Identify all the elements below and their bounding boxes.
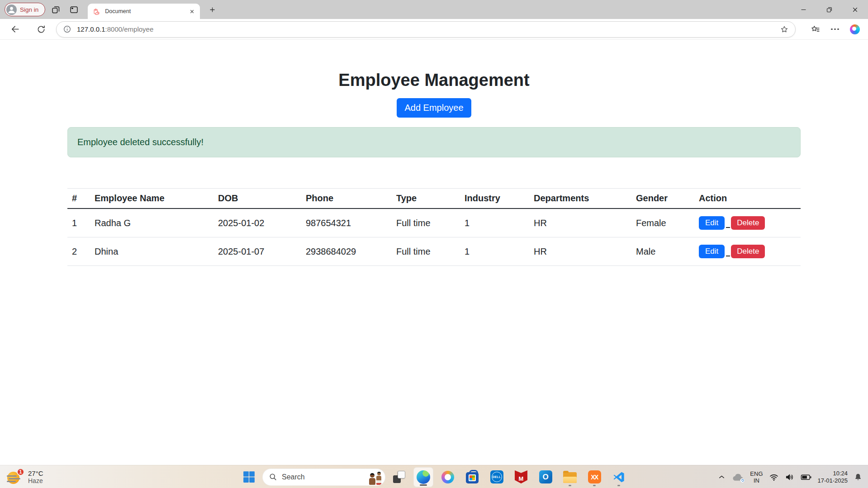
delete-button[interactable]: Delete: [731, 245, 765, 258]
close-tab-icon[interactable]: [188, 7, 196, 15]
add-employee-button[interactable]: Add Employee: [397, 98, 471, 118]
col-header-departments: Departments: [529, 189, 631, 209]
browser-toolbar: 127.0.0.1:8000/employee: [0, 19, 868, 40]
col-header-action: Action: [694, 189, 801, 209]
url-path: :8000/employee: [105, 25, 154, 33]
laravel-favicon-icon: [93, 8, 101, 15]
cell-name: Dhina: [90, 237, 213, 266]
col-header-dob: DOB: [213, 189, 301, 209]
search-highlight-image: [369, 469, 383, 485]
browser-tab[interactable]: Document: [88, 4, 200, 19]
onedrive-sync-icon[interactable]: [732, 472, 744, 482]
employee-table-container: # Employee Name DOB Phone Type Industry …: [67, 188, 801, 266]
tab-title: Document: [105, 8, 184, 14]
col-header-num: #: [67, 189, 90, 209]
hidden-icons-chevron-icon[interactable]: [717, 473, 726, 481]
battery-icon[interactable]: [801, 472, 812, 482]
cell-dob: 2025-01-02: [213, 208, 301, 237]
success-alert: Employee deleted successfully!: [67, 127, 801, 157]
page-title: Employee Management: [0, 71, 868, 90]
search-label: Search: [282, 473, 365, 481]
weather-condition: Haze: [28, 477, 43, 485]
profile-avatar-icon: [6, 5, 17, 15]
microsoft-store-icon[interactable]: [462, 467, 482, 487]
tab-actions-icon[interactable]: [66, 2, 81, 17]
new-tab-button[interactable]: [204, 2, 220, 17]
notification-bell-icon[interactable]: [854, 473, 863, 482]
cell-industry: 1: [460, 237, 529, 266]
minimize-button[interactable]: [791, 0, 816, 19]
employee-table: # Employee Name DOB Phone Type Industry …: [67, 188, 801, 266]
taskbar-center: Search DELL: [239, 465, 629, 488]
language-indicator[interactable]: ENG IN: [750, 470, 763, 484]
haze-weather-icon: 1: [7, 469, 24, 485]
table-row: 1 Radha G 2025-01-02 987654321 Full time…: [67, 208, 801, 237]
page-content: Employee Management Add Employee Employe…: [0, 40, 868, 465]
url-text: 127.0.0.1:8000/employee: [77, 25, 153, 33]
col-header-gender: Gender: [631, 189, 694, 209]
volume-icon[interactable]: [785, 472, 795, 482]
table-row: 2 Dhina 2025-01-07 2938684029 Full time …: [67, 237, 801, 266]
cell-dob: 2025-01-07: [213, 237, 301, 266]
restore-button[interactable]: [816, 0, 842, 19]
screen: Sign in Document: [0, 0, 868, 488]
weather-temperature: 27°C: [28, 469, 43, 477]
outlook-icon[interactable]: O: [536, 467, 555, 487]
close-window-button[interactable]: [842, 0, 868, 19]
search-icon: [269, 473, 277, 481]
cell-type: Full time: [392, 208, 460, 237]
favorite-star-icon[interactable]: [780, 25, 789, 34]
task-view-icon[interactable]: [389, 467, 409, 487]
dell-app-icon[interactable]: DELL: [487, 467, 507, 487]
cell-phone: 987654321: [301, 208, 392, 237]
cell-phone: 2938684029: [301, 237, 392, 266]
system-tray: ENG IN: [717, 465, 863, 488]
link-underscore: [726, 256, 730, 256]
url-host: 127.0.0.1: [77, 25, 105, 33]
address-bar[interactable]: 127.0.0.1:8000/employee: [56, 21, 796, 38]
weather-widget[interactable]: 1 27°C Haze: [7, 465, 43, 488]
edit-button[interactable]: Edit: [699, 216, 725, 230]
copilot-taskbar-icon[interactable]: [438, 467, 458, 487]
mcafee-icon[interactable]: M: [511, 467, 531, 487]
cell-industry: 1: [460, 208, 529, 237]
cell-name: Radha G: [90, 208, 213, 237]
clock[interactable]: 10:24 17-01-2025: [818, 470, 848, 484]
action-cell: Edit Delete: [699, 216, 796, 230]
cell-type: Full time: [392, 237, 460, 266]
cell-gender: Female: [631, 208, 694, 237]
edge-taskbar-icon[interactable]: [413, 467, 433, 487]
cell-num: 2: [67, 237, 90, 266]
profile-sign-in-button[interactable]: Sign in: [5, 3, 45, 16]
start-button[interactable]: [239, 467, 259, 487]
settings-more-icon[interactable]: [828, 23, 842, 36]
col-header-type: Type: [392, 189, 460, 209]
favorites-icon[interactable]: [808, 23, 822, 36]
copilot-icon[interactable]: [848, 23, 862, 36]
edit-button[interactable]: Edit: [699, 245, 725, 258]
taskbar-search[interactable]: Search: [262, 469, 385, 486]
wifi-icon[interactable]: [769, 472, 779, 482]
taskbar: 1 27°C Haze Search: [0, 465, 868, 488]
xampp-icon[interactable]: XX: [584, 467, 604, 487]
cell-num: 1: [67, 208, 90, 237]
col-header-industry: Industry: [460, 189, 529, 209]
cell-gender: Male: [631, 237, 694, 266]
cell-departments: HR: [529, 208, 631, 237]
back-icon[interactable]: [7, 22, 23, 37]
vscode-icon[interactable]: [609, 467, 629, 487]
workspaces-icon[interactable]: [48, 2, 63, 17]
cell-departments: HR: [529, 237, 631, 266]
delete-button[interactable]: Delete: [731, 216, 765, 230]
table-header-row: # Employee Name DOB Phone Type Industry …: [67, 189, 801, 209]
tray-date: 17-01-2025: [818, 477, 848, 484]
file-explorer-icon[interactable]: [560, 467, 580, 487]
sign-in-label: Sign in: [20, 6, 38, 13]
col-header-phone: Phone: [301, 189, 392, 209]
refresh-icon[interactable]: [33, 22, 49, 37]
link-underscore: [726, 227, 730, 228]
tray-time: 10:24: [833, 470, 848, 477]
site-info-icon[interactable]: [63, 25, 71, 33]
col-header-name: Employee Name: [90, 189, 213, 209]
browser-tab-bar: Sign in Document: [0, 0, 868, 19]
